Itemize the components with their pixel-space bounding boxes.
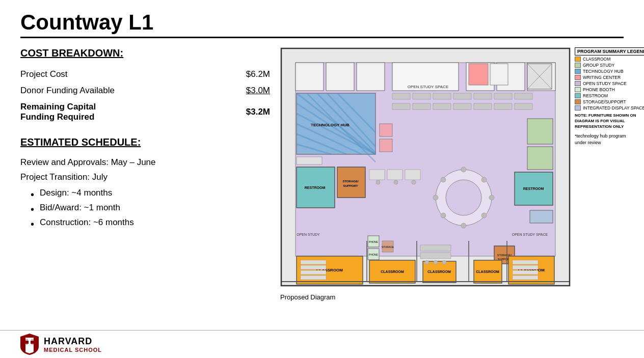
svg-text:OPEN STUDY SPACE: OPEN STUDY SPACE	[408, 85, 449, 89]
svg-text:RESTROOM: RESTROOM	[523, 187, 544, 190]
svg-rect-37	[515, 103, 532, 109]
legend-color-classroom	[575, 57, 581, 62]
schedule-bullets: Design: ~4 months Bid/Award: ~1 month Co…	[20, 186, 270, 230]
svg-point-48	[412, 180, 416, 184]
svg-point-86	[442, 260, 446, 264]
bullet-construction: Construction: ~6 months	[31, 215, 270, 230]
legend-color-restroom	[575, 93, 581, 98]
legend-restroom: RESTROOM	[575, 93, 644, 98]
legend-text-tech-hub: TECHNOLOGY HUB	[583, 69, 624, 74]
floor-plan-svg-container: TECHNOLOGY HUB OPEN STUDY SPACE	[280, 47, 571, 301]
svg-rect-74	[301, 260, 326, 264]
hms-harvard-text: HARVARD	[44, 336, 102, 347]
svg-point-58	[441, 177, 446, 182]
svg-rect-1	[296, 63, 555, 256]
svg-rect-31	[392, 103, 410, 109]
svg-rect-43	[369, 170, 385, 180]
svg-rect-102	[380, 139, 392, 152]
cost-label-2: Donor Funding Available	[20, 86, 115, 96]
svg-text:RESTROOM: RESTROOM	[305, 186, 326, 189]
svg-rect-33	[433, 103, 451, 109]
svg-rect-2	[296, 63, 324, 91]
cost-value-3: $3.2M	[246, 107, 270, 117]
legend-panel: PROGRAM SUMMARY LEGEND CLASSROOM GROUP S…	[575, 47, 644, 301]
cost-label-1: Project Cost	[20, 69, 68, 79]
svg-text:PHONE: PHONE	[369, 240, 378, 243]
cost-value-1: $6.2M	[246, 69, 270, 79]
legend-text-storage: STORAGE/SUPPORT	[583, 99, 626, 104]
legend-text-open-study: OPEN STUDY SPACE	[583, 81, 627, 86]
svg-rect-83	[420, 253, 451, 259]
svg-point-46	[376, 180, 380, 184]
svg-rect-34	[453, 103, 471, 109]
svg-point-51	[461, 167, 466, 172]
svg-rect-93	[513, 270, 538, 274]
svg-rect-4	[357, 63, 385, 91]
svg-text:STORAGE: STORAGE	[382, 245, 394, 249]
svg-rect-91	[513, 260, 538, 264]
svg-text:SUPPORT: SUPPORT	[343, 184, 358, 187]
footer: HARVARD MEDICAL SCHOOL	[0, 330, 644, 358]
svg-text:CLASSROOM: CLASSROOM	[427, 270, 451, 273]
schedule-line-2: Project Transition: July	[20, 170, 270, 184]
cost-label-3: Remaining CapitalFunding Required	[20, 102, 96, 122]
legend-note: NOTE: FURNITURE SHOWN ON DIAGRAM IS FOR …	[575, 113, 644, 130]
legend-color-integrated-display	[575, 105, 581, 111]
svg-rect-110	[25, 339, 28, 345]
svg-rect-27	[453, 93, 471, 99]
svg-text:OPEN STUDY SPACE: OPEN STUDY SPACE	[512, 233, 548, 236]
legend-title: PROGRAM SUMMARY LEGEND	[575, 47, 644, 56]
legend-classroom: CLASSROOM	[575, 57, 644, 62]
svg-rect-103	[530, 210, 553, 223]
svg-point-85	[434, 260, 438, 264]
cost-value-2: $3.0M	[246, 86, 270, 96]
title-underline	[20, 37, 624, 38]
svg-rect-76	[301, 270, 326, 274]
hms-logo-area: HARVARD MEDICAL SCHOOL	[20, 334, 102, 355]
legend-storage: STORAGE/SUPPORT	[575, 99, 644, 104]
right-panel: TECHNOLOGY HUB OPEN STUDY SPACE	[280, 47, 644, 301]
schedule-heading: ESTIMATED SCHEDULE:	[20, 136, 270, 148]
legend-color-phone-booth	[575, 87, 581, 92]
svg-rect-92	[513, 265, 538, 269]
svg-rect-32	[413, 103, 431, 109]
main-content: COST BREAKDOWN: Project Cost $6.2M Donor…	[20, 47, 624, 301]
legend-text-writing-center: WRITING CENTER	[583, 75, 621, 80]
svg-rect-35	[474, 103, 492, 109]
legend-writing-center: WRITING CENTER	[575, 75, 644, 80]
svg-point-55	[461, 223, 466, 228]
hms-medical-text: MEDICAL SCHOOL	[44, 347, 102, 353]
svg-rect-75	[301, 265, 326, 269]
svg-rect-29	[494, 93, 512, 99]
left-panel: COST BREAKDOWN: Project Cost $6.2M Donor…	[20, 47, 270, 301]
svg-rect-24	[392, 93, 410, 99]
legend-text-classroom: CLASSROOM	[583, 57, 610, 62]
cost-row-3: Remaining CapitalFunding Required $3.2M	[20, 99, 270, 125]
svg-point-52	[481, 177, 487, 182]
svg-point-57	[433, 195, 438, 200]
svg-text:PHONE: PHONE	[369, 253, 378, 256]
bullet-bid: Bid/Award: ~1 month	[31, 201, 270, 215]
bullet-design: Design: ~4 months	[31, 186, 270, 201]
cost-breakdown-heading: COST BREAKDOWN:	[20, 47, 270, 59]
hms-shield-icon	[20, 334, 39, 355]
svg-rect-101	[380, 124, 392, 136]
svg-rect-94	[513, 276, 538, 280]
svg-point-53	[489, 195, 494, 200]
legend-text-group-study: GROUP STUDY	[583, 63, 614, 68]
svg-rect-96	[527, 147, 553, 170]
legend-sub-note: *technology hub programunder review	[575, 133, 644, 147]
legend-color-writing-center	[575, 75, 581, 80]
legend-text-integrated-display: INTEGRATED DISPLAY SPACE	[583, 105, 644, 111]
svg-rect-100	[297, 157, 322, 164]
svg-text:STORAGE/: STORAGE/	[342, 180, 359, 183]
svg-rect-36	[494, 103, 512, 109]
svg-rect-3	[326, 63, 354, 91]
svg-rect-82	[420, 245, 451, 251]
svg-rect-26	[433, 93, 451, 99]
legend-open-study: OPEN STUDY SPACE	[575, 81, 644, 86]
svg-rect-30	[515, 93, 532, 99]
svg-point-84	[425, 260, 429, 264]
legend-color-tech-hub	[575, 69, 581, 74]
legend-text-phone-booth: PHONE BOOTH	[583, 87, 615, 92]
